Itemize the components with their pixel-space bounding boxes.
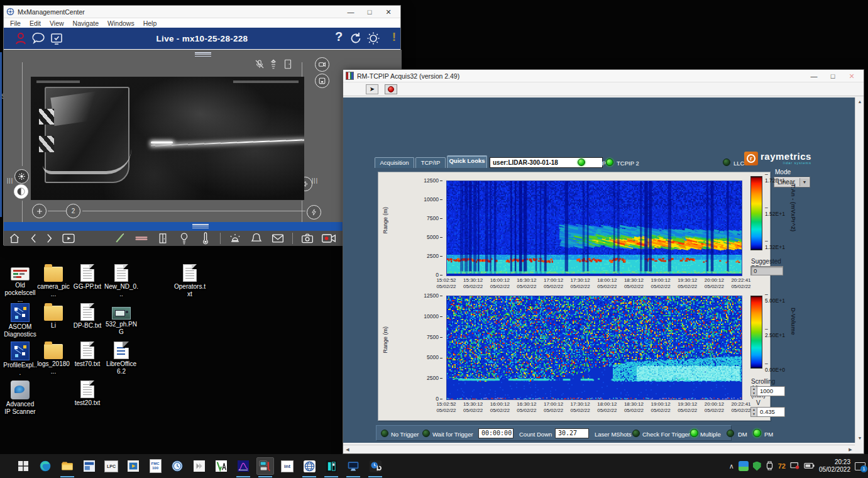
lightbulb-icon[interactable] — [177, 232, 192, 245]
scroll-right-icon[interactable]: ▶ — [846, 445, 855, 454]
v-value[interactable]: 0.435 — [757, 407, 785, 417]
desktop-icon-li[interactable]: Li — [36, 303, 70, 330]
desktop-icon-profileexpl-[interactable]: ProfileExpl... — [3, 342, 37, 376]
tab-tcpip[interactable]: TCP/IP — [415, 157, 446, 168]
desktop-icon-test20-txt[interactable]: test20.txt — [70, 381, 104, 407]
drag-grip-icon[interactable] — [192, 224, 209, 228]
playback-icon[interactable] — [61, 232, 76, 245]
home-icon[interactable] — [7, 232, 22, 245]
desktop-icon-ascom-diagnostics[interactable]: ASCOM Diagnostics — [3, 303, 37, 338]
tray-chevron-icon[interactable]: ∧ — [729, 462, 734, 470]
gear-icon[interactable] — [366, 31, 381, 46]
brightness-icon[interactable] — [14, 169, 29, 184]
desktop-icon-camera-pic-[interactable]: camera_pic... — [36, 264, 70, 297]
desktop-icon-new-nd-0-[interactable]: New_ND_0... — [104, 264, 138, 297]
drag-grip-icon[interactable] — [195, 52, 211, 57]
user-id-field[interactable] — [490, 157, 603, 168]
abort-button[interactable] — [385, 84, 397, 94]
desktop-icon-libreoffice-6-2[interactable]: LibreOffice 6.2 — [104, 342, 138, 375]
dropdown-arrow-icon[interactable]: ▼ — [799, 178, 809, 186]
left-rail-handle[interactable]: ||| — [7, 172, 13, 189]
camera-view-icon[interactable] — [315, 74, 329, 88]
spin-up-icon[interactable]: ▲ — [751, 408, 757, 412]
scrolling-after-spinner[interactable]: ▲▼ 1000 — [750, 386, 785, 396]
action-center-icon[interactable]: 1 — [855, 462, 865, 470]
mxmc-close-button[interactable]: ✕ — [379, 6, 398, 18]
menu-edit[interactable]: Edit — [30, 19, 41, 27]
scrolling-after-value[interactable]: 1000 — [757, 386, 785, 396]
taskbar-clockb-app-icon[interactable] — [367, 458, 383, 474]
mxmc-minimize-button[interactable]: — — [341, 6, 360, 18]
menu-view[interactable]: View — [50, 19, 64, 27]
help-icon[interactable]: ? — [331, 30, 346, 45]
teamviewer-icon[interactable] — [739, 461, 749, 471]
desktop-icon-operators-txt[interactable]: Operators.txt — [173, 264, 207, 297]
desktop-icon-dp-bc-txt[interactable]: DP-BC.txt — [70, 303, 104, 330]
desktop-icon-old-pockelscell-[interactable]: Old pockelscell ... — [3, 264, 37, 304]
count-down-field[interactable]: 30.27 — [555, 428, 589, 438]
scroll-up-icon[interactable]: ▲ — [855, 97, 864, 106]
laser-pointer-icon[interactable] — [113, 232, 128, 245]
beacon-icon[interactable] — [228, 232, 243, 245]
suggested-pbl-field[interactable]: 0 — [750, 266, 783, 275]
display-notification-icon[interactable] — [790, 462, 799, 471]
taskbar-lpc-icon[interactable]: LPC — [103, 458, 119, 474]
taskbar-globe-app-icon[interactable] — [301, 458, 317, 474]
door-icon[interactable] — [155, 232, 170, 245]
door-panel-icon[interactable] — [283, 58, 293, 72]
wait-time-field[interactable]: 00:00:00 — [478, 428, 514, 438]
menu-windows[interactable]: Windows — [107, 19, 135, 27]
taskbar-start-button[interactable] — [15, 458, 31, 474]
camera-live-image[interactable] — [31, 77, 304, 200]
envelope-icon[interactable] — [270, 232, 285, 245]
zoom-rail-left[interactable] — [22, 62, 23, 166]
spin-down-icon[interactable]: ▼ — [751, 391, 757, 396]
spin-up-icon[interactable]: ▲ — [751, 387, 757, 391]
chart1-heatmap[interactable] — [446, 181, 742, 276]
horizontal-scrollbar[interactable]: ◀ ▶ — [343, 445, 855, 453]
tab-quick-looks[interactable]: Quick Looks — [447, 155, 487, 168]
v-spinner[interactable]: ▲▼ 0.435 — [750, 407, 785, 417]
taskbar-int-app-icon[interactable]: int — [279, 458, 295, 474]
bell-icon[interactable] — [249, 232, 264, 245]
mxmc-titlebar[interactable]: MxManagementCenter — □ ✕ — [4, 6, 400, 18]
run-arrow-button[interactable]: ➤ — [366, 84, 378, 94]
menu-file[interactable]: File — [10, 19, 21, 27]
refresh-icon[interactable] — [348, 31, 363, 46]
rm-close-button[interactable]: ✕ — [842, 70, 861, 82]
taskbar-edge-icon[interactable] — [37, 458, 53, 474]
taskbar-instrument-app-icon[interactable] — [323, 458, 339, 474]
taskbar-media-player-icon[interactable] — [125, 458, 141, 474]
contrast-icon[interactable] — [14, 184, 28, 199]
record-video-icon[interactable] — [321, 232, 336, 245]
menu-help[interactable]: Help — [143, 19, 157, 27]
battery-icon[interactable] — [804, 462, 815, 470]
rm-maximize-button[interactable]: □ — [823, 70, 842, 82]
spin-down-icon[interactable]: ▼ — [751, 412, 757, 416]
taskbar-monitor-app-icon[interactable] — [345, 458, 361, 474]
taskbar-explorer-icon[interactable] — [59, 458, 75, 474]
camera-switch-icon[interactable] — [315, 57, 329, 72]
chart2-heatmap[interactable] — [446, 296, 742, 400]
taskbar-fmc100-icon[interactable]: FMC100 — [147, 458, 163, 474]
sofa-icon[interactable] — [134, 232, 149, 245]
tray-number-badge[interactable]: 72 — [778, 462, 786, 470]
taskbar-app-blue-icon[interactable] — [81, 458, 97, 474]
zoom-plus-icon[interactable] — [32, 204, 47, 218]
rm-minimize-button[interactable]: — — [805, 70, 823, 82]
snapshot-camera-icon[interactable] — [300, 232, 315, 245]
scroll-down-icon[interactable]: ▼ — [855, 434, 864, 443]
security-shield-icon[interactable] — [753, 462, 761, 471]
lightning-icon[interactable] — [307, 205, 321, 220]
taskbar-v-app-icon[interactable] — [213, 458, 229, 474]
menu-navigate[interactable]: Navigate — [73, 19, 99, 27]
back-icon[interactable] — [28, 232, 38, 245]
forward-icon[interactable] — [45, 232, 55, 245]
tab-acquisition[interactable]: Acquisition — [375, 157, 414, 168]
preset-pin-badge[interactable]: 2 — [66, 204, 80, 218]
desktop-icon-test70-txt[interactable]: test70.txt — [70, 342, 104, 368]
taskbar-plot-app-icon[interactable] — [235, 458, 251, 474]
desktop-icon-logs-20180-[interactable]: logs_20180... — [36, 342, 70, 375]
desktop-icon-gg-pp-txt[interactable]: GG-PP.txt — [70, 264, 104, 291]
thermometer-icon[interactable] — [198, 232, 213, 245]
